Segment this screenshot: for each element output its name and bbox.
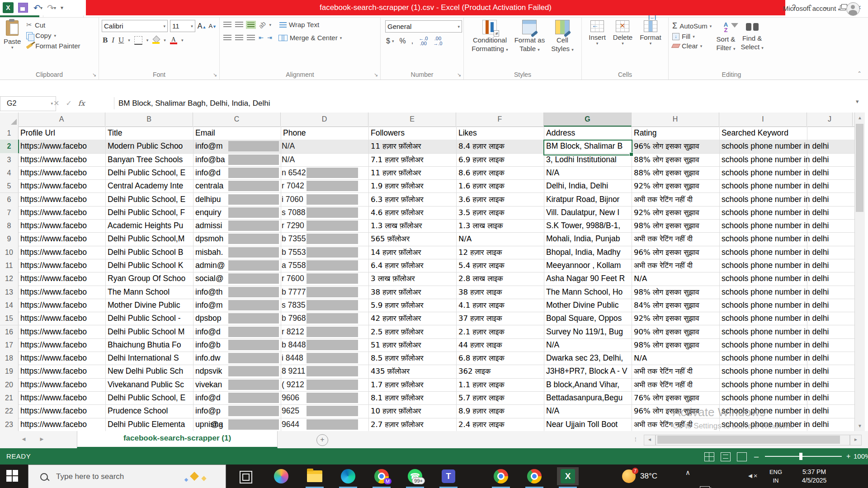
cell-address[interactable]: The Mann School, Ho xyxy=(544,286,632,299)
cell-followers[interactable]: 2.7 हज़ार फ़ॉलोअर xyxy=(368,418,457,431)
cell-rating[interactable]: 92% लोग इसका सुझाव xyxy=(632,312,720,325)
cell-address[interactable]: S.K Tower, 9988/B-1, xyxy=(544,219,632,232)
fill-color-icon[interactable] xyxy=(152,37,160,44)
cell-searched-keyword[interactable]: schools phone number in delhi xyxy=(719,259,807,272)
start-button[interactable] xyxy=(6,470,18,482)
row-header-11[interactable]: 11 xyxy=(0,259,19,272)
percent-format-icon[interactable]: % xyxy=(399,37,406,45)
cell[interactable] xyxy=(807,140,854,153)
cell[interactable] xyxy=(807,206,854,219)
row-header-4[interactable]: 4 xyxy=(0,166,19,179)
font-dialog-launcher-icon[interactable]: ↘ xyxy=(213,72,217,78)
row-header-1[interactable]: 1 xyxy=(0,127,19,140)
cell-followers[interactable]: 6.4 हज़ार फ़ॉलोअर xyxy=(368,259,457,272)
cell[interactable] xyxy=(807,127,854,140)
align-center-icon[interactable] xyxy=(235,35,243,41)
bold-button[interactable]: B xyxy=(103,36,108,45)
zoom-in-icon[interactable]: + xyxy=(846,448,850,465)
cell-followers[interactable]: 14 हज़ार फ़ॉलोअर xyxy=(368,246,457,259)
cell-rating[interactable]: अभी तक रेटिंग नहीं दी xyxy=(632,378,720,391)
insert-cells-button[interactable]: ← Insert▾ xyxy=(585,18,609,46)
cell-followers[interactable]: 8.5 हज़ार फ़ॉलोअर xyxy=(368,352,457,365)
save-icon[interactable] xyxy=(18,3,28,13)
row-header-8[interactable]: 8 xyxy=(0,219,19,232)
borders-icon[interactable] xyxy=(134,36,142,45)
cell-title[interactable]: Modern Public Schoo xyxy=(105,140,193,153)
teams-icon[interactable]: T xyxy=(438,467,459,485)
cell-likes[interactable]: 38 हज़ार लाइक xyxy=(456,286,544,299)
cell-rating[interactable]: अभी तक रेटिंग नहीं दी xyxy=(632,232,720,245)
wrap-text-button[interactable]: Wrap Text xyxy=(279,21,319,28)
taskbar-search-input[interactable]: Type here to search xyxy=(28,465,226,488)
cell[interactable] xyxy=(807,259,854,272)
cell-address[interactable]: B block,Anand Vihar, xyxy=(544,378,632,391)
cell-address[interactable]: N/A xyxy=(544,338,632,352)
comma-format-icon[interactable]: , xyxy=(411,37,413,45)
cell-searched-keyword[interactable]: schools phone number in delhi xyxy=(719,193,807,206)
number-dialog-launcher-icon[interactable]: ↘ xyxy=(457,72,461,78)
formula-input[interactable]: BM Block, Shalimar Bagh, Delhi, India, D… xyxy=(118,96,270,110)
cell-likes[interactable]: 1.1 हज़ार लाइक xyxy=(456,378,544,391)
cell-title[interactable]: Bhaichung Bhutia Fo xyxy=(105,338,193,352)
row-header-18[interactable]: 18 xyxy=(0,352,19,365)
row-header-22[interactable]: 22 xyxy=(0,404,19,418)
cell[interactable] xyxy=(807,325,854,338)
cell-title[interactable]: Mother Divine Public xyxy=(105,299,193,312)
cell[interactable] xyxy=(807,232,854,245)
cell-address[interactable]: Vill. Daulatpur, New I xyxy=(544,206,632,219)
cell-profile-url[interactable]: https://www.facebo xyxy=(18,418,106,431)
cell-likes[interactable]: 44 हज़ार लाइक xyxy=(456,338,544,352)
align-middle-icon[interactable] xyxy=(235,22,243,28)
cell-styles-button[interactable]: CellStyles ▾ xyxy=(548,18,577,54)
increase-font-icon[interactable]: A▲ xyxy=(198,22,207,30)
orientation-icon[interactable]: ab xyxy=(257,19,267,29)
row-header-19[interactable]: 19 xyxy=(0,365,19,378)
sort-filter-button[interactable]: AZ Sort &Filter ▾ xyxy=(713,19,738,53)
cell-title[interactable]: Ryan Group Of Schoo xyxy=(105,272,193,285)
row-header-10[interactable]: 10 xyxy=(0,246,19,259)
undo-dropdown-icon[interactable]: ▾ xyxy=(40,5,42,10)
clock[interactable]: 5:37 PM4/5/2025 xyxy=(794,468,835,485)
cell-profile-url[interactable]: https://www.facebo xyxy=(18,166,106,179)
cell-address[interactable]: Survey No 119/1, Bug xyxy=(544,325,632,338)
volume-muted-icon[interactable]: ◄× xyxy=(747,472,758,479)
row-header-21[interactable]: 21 xyxy=(0,391,19,404)
cell-rating[interactable]: 90% लोग इसका सुझाव xyxy=(632,325,720,338)
format-cells-button[interactable]: |↔| Format▾ xyxy=(636,18,665,46)
cell-followers[interactable]: 4.6 हज़ार फ़ॉलोअर xyxy=(368,206,457,219)
cell-rating[interactable]: 76% लोग इसका सुझाव xyxy=(632,391,720,404)
cell-rating[interactable]: 96% लोग इसका सुझाव xyxy=(632,246,720,259)
confirm-entry-icon[interactable]: ✓ xyxy=(66,99,71,108)
undo-icon[interactable]: ↶ xyxy=(33,3,41,13)
insert-function-icon[interactable]: fx xyxy=(78,99,85,108)
cell-followers[interactable]: 1.7 हज़ार फ़ॉलोअर xyxy=(368,378,457,391)
cell-searched-keyword[interactable]: schools phone number in delhi xyxy=(719,365,807,378)
cell-title[interactable]: The Mann School xyxy=(105,286,193,299)
cell-rating[interactable]: 98% लोग इसका सुझाव xyxy=(632,338,720,352)
chrome-gmail-icon[interactable]: M xyxy=(371,467,392,485)
cell-title[interactable]: Delhi Public School, E xyxy=(105,391,193,404)
cell-likes[interactable]: 12 हज़ार लाइक xyxy=(456,246,544,259)
cell[interactable] xyxy=(807,272,854,285)
cell-profile-url[interactable]: https://www.facebo xyxy=(18,259,106,272)
cell-title[interactable]: Delhi International S xyxy=(105,352,193,365)
cell-address[interactable]: N/A xyxy=(544,166,632,179)
increase-indent-icon[interactable]: ⇥ xyxy=(267,34,272,41)
row-header-3[interactable]: 3 xyxy=(0,153,19,166)
accounting-format-icon[interactable]: $ xyxy=(386,37,390,45)
cell-title[interactable]: Delhi Public School B xyxy=(105,246,193,259)
cell-title[interactable]: Banyan Tree Schools xyxy=(105,153,193,166)
column-header-A[interactable]: A xyxy=(18,113,105,126)
cell-rating[interactable]: अभी तक रेटिंग नहीं दी xyxy=(632,365,720,378)
cell-searched-keyword[interactable]: schools phone number in delhi xyxy=(719,272,807,285)
cell-followers[interactable]: 1.9 हज़ार फ़ॉलोअर xyxy=(368,179,457,192)
cell-title[interactable]: Vivekanand Public Sc xyxy=(105,378,193,391)
cell-rating[interactable]: N/A xyxy=(632,352,720,365)
cell-title[interactable]: Delhi Public School,M xyxy=(105,232,193,245)
cell-rating[interactable]: 96% लोग इसका सुझाव xyxy=(632,140,720,153)
normal-view-icon[interactable] xyxy=(704,452,714,461)
page-layout-view-icon[interactable] xyxy=(721,452,731,461)
row-header-6[interactable]: 6 xyxy=(0,193,19,206)
cell-followers[interactable]: 8.1 हज़ार फ़ॉलोअर xyxy=(368,391,457,404)
fill-button[interactable]: ↓Fill▾ xyxy=(672,33,712,40)
